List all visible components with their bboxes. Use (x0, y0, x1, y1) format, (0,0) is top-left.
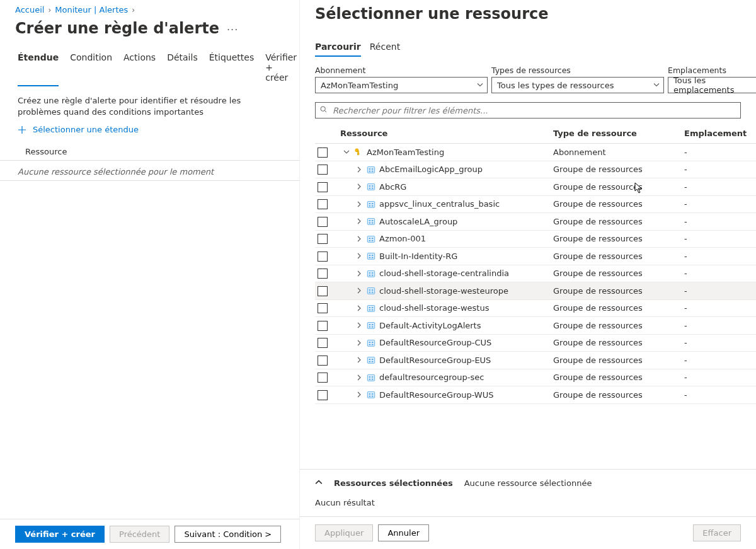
chevron-down-icon[interactable] (343, 149, 350, 155)
chevron-right-icon[interactable] (355, 340, 363, 346)
svg-rect-10 (369, 186, 371, 187)
svg-rect-52 (369, 327, 371, 328)
col-location[interactable]: Emplacement (682, 125, 756, 144)
svg-rect-59 (367, 357, 374, 364)
row-checkbox[interactable] (318, 147, 328, 158)
subscription-dropdown[interactable]: AzMonTeamTesting (315, 77, 488, 93)
tab-scope[interactable]: Étendue (18, 50, 59, 86)
svg-rect-65 (369, 376, 371, 378)
chevron-right-icon[interactable] (355, 374, 363, 381)
tab-details[interactable]: Détails (167, 50, 198, 86)
row-checkbox[interactable] (318, 199, 328, 209)
row-checkbox[interactable] (318, 390, 328, 400)
search-input-wrapper[interactable] (315, 102, 741, 118)
tab-actions[interactable]: Actions (123, 50, 156, 86)
row-location-text: - (682, 282, 756, 300)
table-row[interactable]: defaultresourcegroup-secGroupe de ressou… (315, 369, 756, 386)
table-row[interactable]: AutoscaleLA_groupGroupe de ressources- (315, 213, 756, 231)
blade-tab-recent[interactable]: Récent (370, 42, 400, 57)
row-type-text: Groupe de ressources (551, 282, 682, 300)
row-checkbox[interactable] (318, 303, 328, 313)
chevron-up-icon[interactable] (315, 478, 323, 488)
row-location-text: - (682, 213, 756, 231)
col-type[interactable]: Type de ressource (551, 125, 682, 144)
cancel-button[interactable]: Annuler (378, 524, 429, 541)
table-row[interactable]: AzMonTeamTestingAbonnement- (315, 144, 756, 161)
row-name-text: Azmon-001 (379, 234, 426, 243)
breadcrumb-monitor[interactable]: Moniteur | Alertes (55, 5, 128, 14)
chevron-right-icon[interactable] (355, 357, 363, 363)
chevron-right-icon[interactable] (355, 236, 363, 242)
tab-review[interactable]: Vérifier + créer (265, 50, 297, 86)
locations-dropdown[interactable]: Tous les emplacements (668, 77, 756, 93)
chevron-right-icon: › (132, 6, 135, 14)
select-scope-button[interactable]: Sélectionner une étendue (0, 120, 299, 141)
resource-types-dropdown-value: Tous les types de ressources (497, 81, 614, 90)
resource-group-icon (367, 321, 375, 330)
more-menu-button[interactable]: ··· (227, 21, 239, 36)
table-row[interactable]: AbcRGGroupe de ressources- (315, 178, 756, 196)
row-checkbox[interactable] (318, 217, 328, 227)
row-location-text: - (682, 386, 756, 404)
chevron-right-icon[interactable] (355, 183, 363, 190)
row-type-text: Groupe de ressources (551, 161, 682, 178)
row-name-text: DefaultResourceGroup-WUS (379, 390, 493, 400)
table-row[interactable]: cloud-shell-storage-westusGroupe de ress… (315, 299, 756, 317)
tab-tags[interactable]: Étiquettes (209, 50, 254, 86)
table-row[interactable]: DefaultResourceGroup-WUSGroupe de ressou… (315, 386, 756, 404)
table-row[interactable]: Built-In-Identity-RGGroupe de ressources… (315, 248, 756, 265)
resource-group-icon (367, 338, 375, 347)
table-row[interactable]: AbcEmailLogicApp_groupGroupe de ressourc… (315, 161, 756, 178)
chevron-right-icon[interactable] (355, 391, 363, 398)
chevron-right-icon[interactable] (355, 322, 363, 328)
resource-table: Ressource Type de ressource Emplacement … (315, 125, 756, 404)
row-checkbox[interactable] (318, 182, 328, 192)
chevron-right-icon[interactable] (355, 218, 363, 224)
row-location-text: - (682, 265, 756, 282)
row-checkbox[interactable] (318, 269, 328, 279)
table-row[interactable]: Default-ActivityLogAlertsGroupe de resso… (315, 317, 756, 335)
search-input[interactable] (331, 105, 736, 116)
chevron-right-icon[interactable] (355, 166, 363, 173)
subscription-dropdown-value: AzMonTeamTesting (321, 81, 398, 90)
verify-create-button[interactable]: Vérifier + créer (15, 526, 105, 543)
resource-group-icon (367, 390, 375, 399)
svg-rect-42 (369, 292, 371, 293)
tab-condition[interactable]: Condition (70, 50, 112, 86)
breadcrumb-home[interactable]: Accueil (15, 5, 44, 14)
chevron-right-icon[interactable] (355, 287, 363, 294)
row-checkbox[interactable] (318, 321, 328, 331)
col-resource[interactable]: Ressource (338, 125, 551, 144)
row-checkbox[interactable] (318, 165, 328, 175)
row-location-text: - (682, 352, 756, 369)
svg-rect-50 (369, 325, 371, 326)
row-checkbox[interactable] (318, 286, 328, 296)
svg-rect-36 (372, 272, 374, 274)
row-checkbox[interactable] (318, 338, 328, 348)
intro-text: Créez une règle d'alerte pour identifier… (0, 86, 299, 120)
row-location-text: - (682, 230, 756, 248)
table-row[interactable]: DefaultResourceGroup-EUSGroupe de ressou… (315, 352, 756, 369)
row-name-text: DefaultResourceGroup-EUS (379, 355, 491, 365)
row-type-text: Groupe de ressources (551, 213, 682, 231)
chevron-right-icon[interactable] (355, 270, 363, 277)
row-checkbox[interactable] (318, 373, 328, 383)
table-row[interactable]: cloud-shell-storage-westeuropeGroupe de … (315, 282, 756, 300)
next-condition-button[interactable]: Suivant : Condition > (175, 526, 281, 543)
svg-rect-46 (372, 307, 374, 308)
row-checkbox[interactable] (318, 355, 328, 366)
svg-rect-73 (372, 396, 374, 397)
svg-rect-21 (372, 221, 374, 222)
blade-tab-browse[interactable]: Parcourir (315, 42, 361, 57)
chevron-right-icon[interactable] (355, 253, 363, 259)
resource-types-dropdown[interactable]: Tous les types de ressources (491, 77, 664, 93)
table-row[interactable]: appsvc_linux_centralus_basicGroupe de re… (315, 195, 756, 213)
row-checkbox[interactable] (318, 251, 328, 262)
table-row[interactable]: DefaultResourceGroup-CUSGroupe de ressou… (315, 334, 756, 352)
chevron-right-icon[interactable] (355, 305, 363, 311)
table-row[interactable]: cloud-shell-storage-centralindiaGroupe d… (315, 265, 756, 282)
table-row[interactable]: Azmon-001Groupe de ressources- (315, 230, 756, 248)
row-type-text: Groupe de ressources (551, 334, 682, 352)
row-checkbox[interactable] (318, 234, 328, 244)
chevron-right-icon[interactable] (355, 201, 363, 207)
